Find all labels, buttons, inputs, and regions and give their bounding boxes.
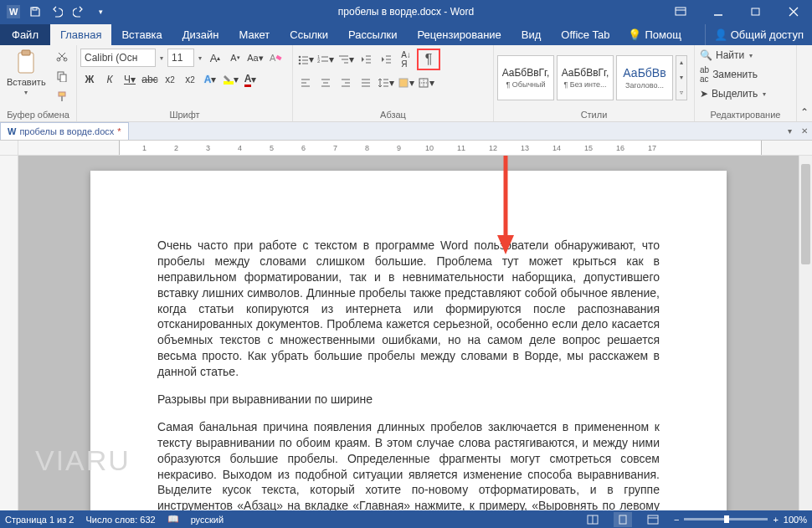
clear-formatting-icon[interactable]: A — [266, 49, 285, 67]
font-size-input[interactable]: 11 — [167, 49, 194, 67]
sort-icon[interactable]: А↓Я — [397, 50, 415, 69]
increase-indent-icon[interactable] — [377, 50, 395, 69]
zoom-in-button[interactable]: + — [773, 515, 778, 525]
zoom-level[interactable]: 100% — [784, 515, 807, 525]
copy-icon[interactable] — [53, 67, 71, 85]
status-word-count[interactable]: Число слов: 632 — [85, 515, 155, 525]
doctab-close-icon[interactable]: ✕ — [797, 124, 812, 139]
paragraph-1[interactable]: Очень часто при работе с текстом в прогр… — [157, 238, 660, 380]
format-painter-icon[interactable] — [53, 87, 71, 105]
italic-icon[interactable]: К — [100, 70, 119, 89]
tab-view[interactable]: Вид — [511, 24, 552, 45]
shrink-font-icon[interactable]: A▾ — [226, 49, 244, 67]
svg-point-20 — [299, 56, 301, 59]
show-hide-pilcrow-button[interactable]: ¶ — [417, 49, 440, 70]
tab-office-tab[interactable]: Office Tab — [551, 24, 619, 45]
word-app-icon[interactable]: W — [3, 3, 23, 21]
status-language[interactable]: русский — [191, 515, 224, 525]
zoom-slider[interactable] — [684, 518, 768, 520]
svg-text:13: 13 — [521, 144, 529, 152]
find-button[interactable]: 🔍Найти▾ — [698, 49, 768, 62]
redo-icon[interactable] — [69, 3, 89, 21]
highlight-icon[interactable]: ▾ — [221, 70, 239, 89]
undo-icon[interactable] — [47, 3, 67, 21]
tab-references[interactable]: Ссылки — [280, 24, 338, 45]
svg-point-24 — [299, 63, 301, 65]
tab-design[interactable]: Дизайн — [172, 24, 229, 45]
save-icon[interactable] — [25, 3, 45, 21]
ribbon-options-icon[interactable] — [661, 0, 699, 23]
decrease-indent-icon[interactable] — [357, 50, 375, 69]
tab-file[interactable]: Файл — [0, 24, 50, 45]
justify-icon[interactable] — [357, 74, 375, 92]
change-case-icon[interactable]: Aa▾ — [246, 49, 265, 67]
maximize-button[interactable] — [737, 0, 774, 23]
print-layout-icon[interactable] — [614, 512, 632, 527]
cursor-icon: ➤ — [700, 88, 708, 100]
document-page[interactable]: Очень часто при работе с текстом в прогр… — [90, 171, 727, 510]
scrollbar-thumb[interactable] — [801, 164, 810, 264]
paste-button[interactable]: Вставить ▾ — [3, 47, 49, 98]
cut-icon[interactable] — [53, 47, 71, 65]
vertical-scrollbar[interactable] — [799, 156, 812, 510]
text-effects-icon[interactable]: A▾ — [201, 70, 219, 89]
replace-button[interactable]: abacЗаменить — [698, 64, 768, 85]
bullets-icon[interactable]: ▾ — [296, 50, 315, 69]
underline-icon[interactable]: Ч▾ — [121, 70, 139, 89]
grow-font-icon[interactable]: A▴ — [206, 49, 224, 67]
collapse-ribbon-icon[interactable]: ⌃ — [797, 45, 812, 121]
svg-text:5: 5 — [270, 144, 274, 152]
strikethrough-icon[interactable]: abc — [141, 70, 159, 89]
document-canvas[interactable]: Очень часто при работе с текстом в прогр… — [18, 156, 799, 510]
web-layout-icon[interactable] — [644, 512, 662, 527]
shading-icon[interactable]: ▾ — [397, 74, 415, 92]
line-spacing-icon[interactable]: ▾ — [377, 74, 395, 92]
document-tab[interactable]: W пробелы в ворде.docx * — [0, 122, 129, 140]
qat-customize-icon[interactable]: ▾ — [90, 3, 110, 21]
read-mode-icon[interactable] — [583, 512, 602, 527]
tab-mailings[interactable]: Рассылки — [338, 24, 407, 45]
tab-layout[interactable]: Макет — [229, 24, 280, 45]
borders-icon[interactable]: ▾ — [417, 74, 435, 92]
align-center-icon[interactable] — [316, 74, 335, 92]
tab-insert[interactable]: Вставка — [111, 24, 172, 45]
vertical-ruler[interactable] — [0, 156, 18, 510]
bold-icon[interactable]: Ж — [80, 70, 99, 89]
zoom-out-button[interactable]: − — [674, 515, 679, 525]
style-no-spacing[interactable]: АаБбВвГг,¶ Без инте... — [557, 55, 614, 100]
paragraph-2[interactable]: Самая банальная причина появления длинны… — [157, 419, 660, 510]
minimize-button[interactable] — [699, 0, 737, 23]
status-spellcheck-icon[interactable]: 📖 — [167, 514, 179, 525]
share-label: Общий доступ — [731, 28, 804, 41]
styles-up-icon[interactable]: ▴ — [676, 59, 686, 66]
font-name-input[interactable]: Calibri (Осн — [80, 49, 156, 67]
tab-home[interactable]: Главная — [50, 24, 111, 45]
styles-more-icon[interactable]: ▿ — [676, 89, 686, 96]
tell-me[interactable]: 💡Помощ — [619, 24, 689, 45]
align-left-icon[interactable] — [296, 74, 315, 92]
style-heading1[interactable]: АаБбВвЗаголово... — [616, 55, 673, 100]
close-button[interactable] — [774, 0, 812, 23]
numbering-icon[interactable]: 12▾ — [316, 50, 335, 69]
style-normal[interactable]: АаБбВвГг,¶ Обычный — [497, 55, 554, 100]
tab-review[interactable]: Рецензирование — [407, 24, 511, 45]
superscript-icon[interactable]: x2 — [181, 70, 199, 89]
subscript-icon[interactable]: x2 — [161, 70, 179, 89]
styles-down-icon[interactable]: ▾ — [676, 74, 686, 81]
select-button[interactable]: ➤Выделить▾ — [698, 87, 768, 100]
font-size-dd[interactable]: ▾ — [196, 54, 204, 62]
doctab-list-icon[interactable]: ▾ — [782, 124, 797, 139]
align-right-icon[interactable] — [337, 74, 355, 92]
multilevel-list-icon[interactable]: ▾ — [337, 50, 355, 69]
horizontal-ruler[interactable]: 1234567891011121314151617 — [0, 141, 812, 156]
svg-rect-3 — [676, 8, 686, 15]
ruler-toggle-icon[interactable] — [0, 141, 18, 155]
font-color-icon[interactable]: A▾ — [241, 70, 260, 89]
font-name-dd[interactable]: ▾ — [157, 54, 166, 62]
status-page[interactable]: Страница 1 из 2 — [5, 515, 74, 525]
section-heading[interactable]: Разрывы при выравнивании по ширине — [157, 392, 660, 408]
document-tabs: W пробелы в ворде.docx * ▾ ✕ — [0, 122, 812, 141]
svg-text:6: 6 — [301, 144, 306, 152]
word-doc-icon: W — [8, 126, 16, 136]
share-button[interactable]: 👤Общий доступ — [705, 24, 812, 45]
